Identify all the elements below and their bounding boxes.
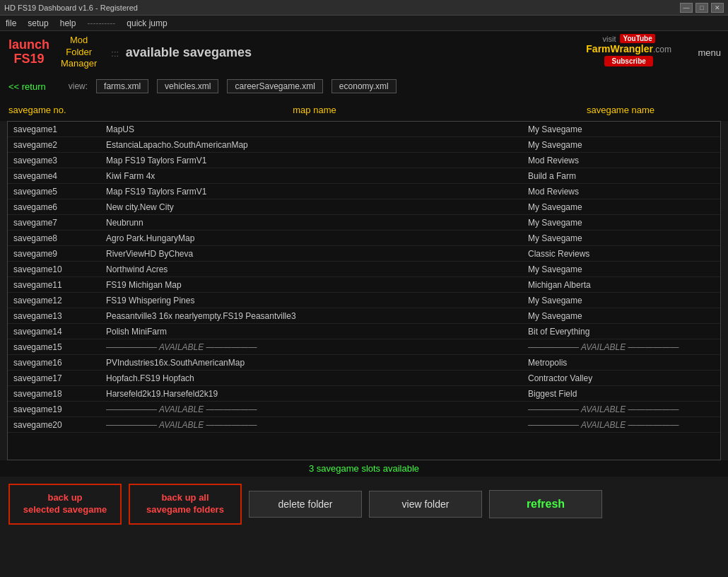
map-name-cell: —————— AVAILABLE —————— <box>100 419 522 431</box>
table-row[interactable]: savegame15—————— AVAILABLE ———————————— … <box>8 339 720 355</box>
table-row[interactable]: savegame18Harsefeld2k19.Harsefeld2k19Big… <box>8 386 720 402</box>
map-name-cell: Northwind Acres <box>100 263 522 276</box>
savegame-name-cell: My Savegame <box>522 263 720 276</box>
col-header-savegame-name: savegame name <box>522 105 720 115</box>
table-row[interactable]: savegame14Polish MiniFarmBit of Everythi… <box>8 324 720 339</box>
minimize-button[interactable]: — <box>680 3 693 13</box>
table-row[interactable]: savegame17Hopfach.FS19 HopfachContractor… <box>8 371 720 386</box>
table-row[interactable]: savegame16PVIndustries16x.SouthAmericanM… <box>8 355 720 371</box>
menu-button[interactable]: menu <box>698 47 721 58</box>
table-row[interactable]: savegame2EstanciaLapacho.SouthAmericanMa… <box>8 137 720 153</box>
nav-bar: << return view: farms.xml vehicles.xml c… <box>0 74 728 99</box>
table-row[interactable]: savegame3Map FS19 Taylors FarmV1Mod Revi… <box>8 153 720 168</box>
savegame-no-cell: savegame14 <box>8 325 100 338</box>
savegame-no-cell: savegame3 <box>8 154 100 167</box>
subscribe-button[interactable]: Subscribe <box>604 56 652 66</box>
savegame-name-cell: —————— AVAILABLE —————— <box>522 419 720 431</box>
savegame-name-cell: My Savegame <box>522 232 720 245</box>
table-row[interactable]: savegame12FS19 Whispering PinesMy Savega… <box>8 293 720 308</box>
table-row[interactable]: savegame11FS19 Michigan MapMichigan Albe… <box>8 277 720 293</box>
savegame-no-cell: savegame17 <box>8 372 100 385</box>
header: launch FS19 Mod Folder Manager ::: avail… <box>0 31 728 74</box>
view-economy-xml-button[interactable]: economy.xml <box>331 79 397 93</box>
savegame-no-cell: savegame7 <box>8 216 100 229</box>
map-name-cell: Neubrunn <box>100 216 522 229</box>
table-row[interactable]: savegame9RiverViewHD ByChevaClassic Revi… <box>8 246 720 262</box>
status-bar: 3 savegame slots available <box>0 460 728 477</box>
window-controls: — □ ✕ <box>680 3 724 13</box>
map-name-cell: Polish MiniFarm <box>100 325 522 338</box>
table-row[interactable]: savegame19—————— AVAILABLE ———————————— … <box>8 402 720 417</box>
table-row[interactable]: savegame20—————— AVAILABLE ———————————— … <box>8 417 720 433</box>
menu-quickjump[interactable]: quick jump <box>127 18 167 28</box>
mod-folder-manager-button[interactable]: Mod Folder Manager <box>61 35 97 71</box>
savegame-no-cell: savegame1 <box>8 123 100 136</box>
col-header-map-name: map name <box>107 105 522 115</box>
menu-separator: ---------- <box>87 18 115 28</box>
return-button[interactable]: << return <box>8 81 46 92</box>
view-folder-button[interactable]: view folder <box>369 491 482 518</box>
visit-label: visit <box>603 35 616 43</box>
savegame-slots-status: 3 savegame slots available <box>309 463 419 474</box>
savegame-name-cell: —————— AVAILABLE —————— <box>522 403 720 416</box>
maximize-button[interactable]: □ <box>695 3 708 13</box>
table-row[interactable]: savegame5Map FS19 Taylors FarmV1Mod Revi… <box>8 184 720 199</box>
savegame-name-cell: Bit of Everything <box>522 325 720 338</box>
menu-help[interactable]: help <box>60 18 76 28</box>
savegame-no-cell: savegame11 <box>8 279 100 291</box>
farmwrangler-logo[interactable]: FarmWrangler.com <box>586 43 671 54</box>
youtube-icon: YouTube <box>620 34 654 43</box>
savegame-name-cell: My Savegame <box>522 310 720 322</box>
savegame-no-cell: savegame6 <box>8 201 100 214</box>
savegame-name-cell: Metropolis <box>522 356 720 369</box>
table-row[interactable]: savegame10Northwind AcresMy Savegame <box>8 262 720 277</box>
map-name-cell: EstanciaLapacho.SouthAmericanMap <box>100 139 522 151</box>
backup-selected-button[interactable]: back up selected savegame <box>8 484 122 525</box>
map-name-cell: —————— AVAILABLE —————— <box>100 341 522 354</box>
savegame-name-cell: Contractor Valley <box>522 372 720 385</box>
map-name-cell: New city.New City <box>100 201 522 214</box>
delete-folder-button[interactable]: delete folder <box>249 491 362 518</box>
savegame-no-cell: savegame16 <box>8 356 100 369</box>
savegame-no-cell: savegame10 <box>8 263 100 276</box>
savegame-name-cell: Michigan Alberta <box>522 279 720 291</box>
savegame-no-cell: savegame20 <box>8 419 100 431</box>
savegames-table: savegame1MapUSMy Savegamesavegame2Estanc… <box>7 121 721 460</box>
savegame-name-cell: Build a Farm <box>522 170 720 182</box>
column-headers: savegame no. map name savegame name <box>0 99 728 121</box>
map-name-cell: Kiwi Farm 4x <box>100 170 522 182</box>
savegame-no-cell: savegame2 <box>8 139 100 151</box>
table-row[interactable]: savegame6New city.New CityMy Savegame <box>8 199 720 215</box>
backup-all-button[interactable]: back up all savegame folders <box>129 484 242 525</box>
map-name-cell: Hopfach.FS19 Hopfach <box>100 372 522 385</box>
savegame-name-cell: Mod Reviews <box>522 185 720 198</box>
view-vehicles-xml-button[interactable]: vehicles.xml <box>157 79 218 93</box>
launch-fs19-button[interactable]: launch FS19 <box>8 38 49 66</box>
page-title-area: ::: available savegames <box>111 45 252 60</box>
table-row[interactable]: savegame1MapUSMy Savegame <box>8 122 720 137</box>
close-button[interactable]: ✕ <box>711 3 724 13</box>
menu-setup[interactable]: setup <box>28 18 48 28</box>
savegame-no-cell: savegame18 <box>8 387 100 400</box>
refresh-button[interactable]: refresh <box>489 490 602 518</box>
table-row[interactable]: savegame4Kiwi Farm 4xBuild a Farm <box>8 168 720 184</box>
savegame-name-cell: —————— AVAILABLE —————— <box>522 341 720 354</box>
map-name-cell: FS19 Whispering Pines <box>100 294 522 307</box>
map-name-cell: —————— AVAILABLE —————— <box>100 403 522 416</box>
view-careersavegame-xml-button[interactable]: careerSavegame.xml <box>227 79 322 93</box>
savegame-name-cell: Mod Reviews <box>522 154 720 167</box>
menu-file[interactable]: file <box>6 18 16 28</box>
table-row[interactable]: savegame13Peasantville3 16x nearlyempty.… <box>8 308 720 324</box>
table-row[interactable]: savegame8Agro Park.HungaryMapMy Savegame <box>8 231 720 246</box>
col-header-savegame-no: savegame no. <box>8 105 107 115</box>
savegame-no-cell: savegame8 <box>8 232 100 245</box>
map-name-cell: Map FS19 Taylors FarmV1 <box>100 185 522 198</box>
page-title: available savegames <box>126 45 252 59</box>
map-name-cell: PVIndustries16x.SouthAmericanMap <box>100 356 522 369</box>
view-farms-xml-button[interactable]: farms.xml <box>96 79 148 93</box>
savegame-no-cell: savegame12 <box>8 294 100 307</box>
youtube-area: visit YouTube FarmWrangler.com Subscribe <box>586 34 671 66</box>
table-row[interactable]: savegame7NeubrunnMy Savegame <box>8 215 720 231</box>
map-name-cell: RiverViewHD ByCheva <box>100 247 522 260</box>
window-title: HD FS19 Dashboard v1.6 - Registered <box>4 4 138 12</box>
